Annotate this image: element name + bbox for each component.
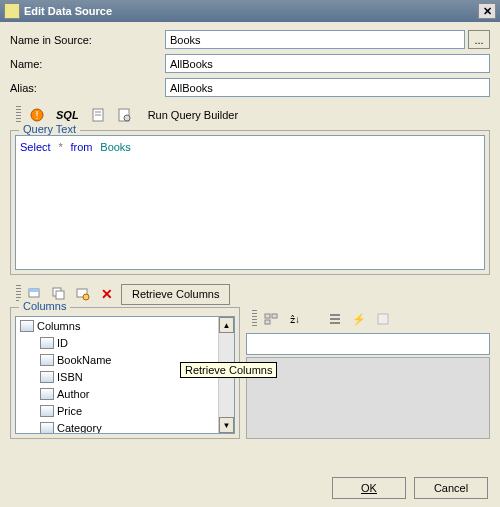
toolbar-grip-icon bbox=[252, 310, 257, 328]
svg-rect-14 bbox=[272, 314, 277, 318]
sort-az-icon[interactable]: ẑ↓ bbox=[285, 309, 305, 329]
column-icon bbox=[40, 405, 54, 417]
window-title: Edit Data Source bbox=[24, 5, 478, 17]
query-keyword-select: Select bbox=[20, 141, 51, 153]
svg-rect-10 bbox=[56, 291, 64, 299]
tree-root[interactable]: Columns bbox=[16, 317, 234, 334]
query-keyword-from: from bbox=[70, 141, 92, 153]
app-icon bbox=[4, 3, 20, 19]
column-icon bbox=[40, 337, 54, 349]
property-name-input[interactable] bbox=[246, 333, 490, 355]
svg-rect-15 bbox=[265, 320, 270, 324]
retrieve-columns-button[interactable]: Retrieve Columns bbox=[121, 284, 230, 305]
query-star: * bbox=[58, 141, 62, 153]
close-button[interactable]: ✕ bbox=[478, 3, 496, 19]
name-label: Name: bbox=[10, 58, 165, 70]
query-toolbar: ! SQL Run Query Builder bbox=[10, 102, 490, 128]
doc-icon[interactable] bbox=[88, 105, 108, 125]
tree-item-label: BookName bbox=[57, 354, 111, 366]
columns-legend: Columns bbox=[19, 300, 70, 312]
column-icon bbox=[40, 354, 54, 366]
name-input[interactable] bbox=[165, 54, 490, 73]
svg-text:!: ! bbox=[35, 109, 38, 121]
edit-column-icon[interactable] bbox=[73, 284, 93, 304]
column-icon bbox=[40, 422, 54, 434]
columns-toolbar: ✕ Retrieve Columns bbox=[10, 281, 490, 307]
properties-panel: ẑ↓ ⚡ bbox=[246, 307, 490, 439]
tree-item-label: Author bbox=[57, 388, 89, 400]
scroll-up-icon[interactable]: ▲ bbox=[219, 317, 234, 333]
dialog-footer: OK Cancel bbox=[332, 477, 488, 499]
categorize-icon[interactable] bbox=[261, 309, 281, 329]
scroll-down-icon[interactable]: ▼ bbox=[219, 417, 234, 433]
tree-item-label: ISBN bbox=[57, 371, 83, 383]
query-identifier: Books bbox=[100, 141, 131, 153]
name-in-source-label: Name in Source: bbox=[10, 34, 165, 46]
run-query-builder-link[interactable]: Run Query Builder bbox=[148, 109, 239, 121]
retrieve-columns-tooltip: Retrieve Columns bbox=[180, 362, 277, 378]
tree-item-label: Price bbox=[57, 405, 82, 417]
svg-point-12 bbox=[83, 294, 89, 300]
query-text-editor[interactable]: Select * from Books bbox=[15, 135, 485, 270]
properties-toolbar: ẑ↓ ⚡ bbox=[246, 307, 490, 331]
title-bar: Edit Data Source ✕ bbox=[0, 0, 500, 22]
ok-button[interactable]: OK bbox=[332, 477, 406, 499]
list-icon[interactable] bbox=[325, 309, 345, 329]
name-in-source-input[interactable] bbox=[165, 30, 465, 49]
column-icon bbox=[40, 388, 54, 400]
query-text-legend: Query Text bbox=[19, 123, 80, 135]
svg-rect-19 bbox=[378, 314, 388, 324]
cancel-button[interactable]: Cancel bbox=[414, 477, 488, 499]
lightning-icon[interactable]: ⚡ bbox=[349, 309, 369, 329]
delete-column-button[interactable]: ✕ bbox=[97, 284, 117, 304]
page-icon[interactable] bbox=[373, 309, 393, 329]
tree-item-label: ID bbox=[57, 337, 68, 349]
tree-item[interactable]: ID bbox=[16, 334, 234, 351]
tree-item[interactable]: Author bbox=[16, 385, 234, 402]
toolbar-grip-icon bbox=[16, 106, 21, 124]
properties-icon[interactable] bbox=[114, 105, 134, 125]
tree-root-label: Columns bbox=[37, 320, 80, 332]
tree-item[interactable]: Category bbox=[16, 419, 234, 434]
sql-button[interactable]: SQL bbox=[53, 105, 82, 125]
svg-rect-8 bbox=[29, 289, 39, 292]
browse-source-button[interactable]: ... bbox=[468, 30, 490, 49]
property-description-pane bbox=[246, 357, 490, 439]
svg-rect-13 bbox=[265, 314, 270, 318]
warning-icon[interactable]: ! bbox=[27, 105, 47, 125]
tree-item-label: Category bbox=[57, 422, 102, 434]
alias-input[interactable] bbox=[165, 78, 490, 97]
svg-point-6 bbox=[124, 115, 130, 121]
tree-item[interactable]: Price bbox=[16, 402, 234, 419]
folder-icon bbox=[20, 320, 34, 332]
column-icon bbox=[40, 371, 54, 383]
query-text-group: Query Text Select * from Books bbox=[10, 130, 490, 275]
alias-label: Alias: bbox=[10, 82, 165, 94]
